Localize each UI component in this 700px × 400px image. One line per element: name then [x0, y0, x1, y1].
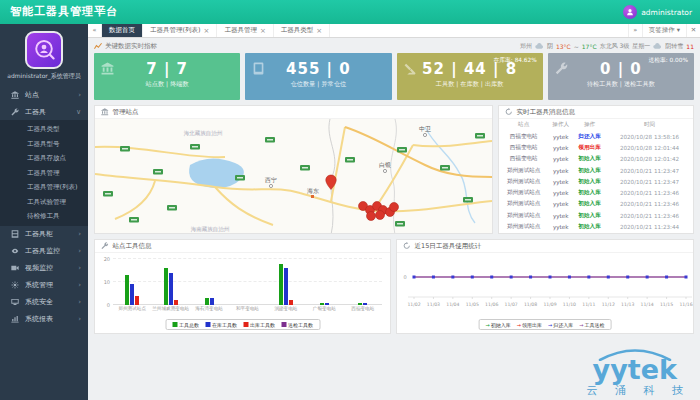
bar[interactable]: [363, 303, 367, 305]
sidebar-item-tool-cabinet[interactable]: 工器具柜›: [0, 226, 88, 243]
legend-swatch: [243, 322, 248, 327]
weather-temp-low: 13°C: [556, 43, 571, 50]
data-point[interactable]: [432, 276, 435, 279]
logo-brand: yytek: [580, 356, 691, 383]
bar[interactable]: [135, 296, 139, 305]
sidebar-subitem[interactable]: 待检修工具: [0, 209, 88, 224]
bar-group: [113, 259, 151, 305]
data-point[interactable]: [626, 276, 629, 279]
bar[interactable]: [289, 300, 293, 305]
bar[interactable]: [174, 300, 178, 305]
data-point[interactable]: [607, 276, 610, 279]
sidebar-item-tools[interactable]: 工器具∨: [0, 103, 88, 120]
sidebar-subitem[interactable]: 工具试验管理: [0, 195, 88, 210]
legend-item[interactable]: 送检工具数: [281, 322, 313, 328]
chevron-right-icon: ›: [78, 315, 81, 323]
sidebar-item-system-manage[interactable]: 系统管理›: [0, 277, 88, 294]
bar[interactable]: [320, 303, 324, 305]
avatar: [623, 5, 637, 19]
sidebar-subitem[interactable]: 工器具管理: [0, 166, 88, 181]
bar-group: [344, 259, 382, 305]
legend-item[interactable]: →归还入库: [548, 322, 573, 328]
sidebar-item-site[interactable]: 站点›: [0, 86, 88, 103]
tabs-scroll-left[interactable]: «: [88, 24, 102, 37]
data-point[interactable]: [685, 276, 688, 279]
tab-0[interactable]: 数据首页: [102, 24, 143, 37]
card-label: 工具数 | 在库数 | 出库数: [397, 80, 543, 89]
data-point[interactable]: [490, 276, 493, 279]
data-point[interactable]: [529, 276, 532, 279]
tab-3[interactable]: 工器具类型×: [274, 24, 330, 37]
close-icon[interactable]: ×: [204, 27, 210, 35]
bar[interactable]: [205, 298, 209, 305]
bar[interactable]: [125, 275, 129, 305]
data-point[interactable]: [549, 276, 552, 279]
username: administrator: [641, 8, 692, 17]
bar[interactable]: [325, 303, 329, 305]
sidebar-item-system-report[interactable]: 系统报表›: [0, 311, 88, 328]
x-tick-label: 11/11: [582, 302, 595, 307]
refresh-icon[interactable]: [505, 108, 513, 116]
tab-1[interactable]: 工器具管理(列表)×: [143, 24, 217, 37]
legend-item[interactable]: →初始入库: [486, 322, 511, 328]
tab-2[interactable]: 工器具管理×: [217, 24, 273, 37]
menu-toggle-icon[interactable]: ≡: [97, 0, 106, 23]
chevron-right-icon: ›: [78, 281, 81, 289]
legend-item[interactable]: 工具总数: [172, 322, 199, 328]
messages-panel-title: 实时工器具消息信息: [517, 108, 576, 117]
map-label-xining: 西宁: [265, 176, 277, 184]
sidebar: administrator_系统管理员 站点›工器具∨工器具类型工器具型号工器具…: [0, 24, 88, 400]
bar[interactable]: [358, 303, 362, 305]
data-point[interactable]: [646, 276, 649, 279]
sidebar-item-system-security[interactable]: 系统安全›: [0, 294, 88, 311]
data-point[interactable]: [665, 276, 668, 279]
user-avatar[interactable]: [25, 31, 63, 69]
bar[interactable]: [284, 268, 288, 305]
gears-icon: [11, 281, 20, 289]
refresh-icon[interactable]: [403, 242, 411, 250]
message-row: 郑州测试站点yytek初始入库2020/10/21 11:23:46: [499, 210, 693, 221]
kpi-card-tools: 在库率: 84.62%52 | 44 | 8工具数 | 在库数 | 出库数: [397, 53, 543, 100]
y-tick-label: 0: [107, 302, 110, 308]
bar[interactable]: [169, 273, 173, 305]
x-tick-label: 11/07: [505, 302, 518, 307]
user-menu[interactable]: administrator: [623, 0, 692, 24]
bar[interactable]: [164, 268, 168, 305]
y-tick-label: 10: [104, 279, 110, 285]
bar[interactable]: [210, 298, 214, 305]
sidebar-subitem[interactable]: 工器具型号: [0, 137, 88, 152]
data-point[interactable]: [471, 276, 474, 279]
data-point[interactable]: [510, 276, 513, 279]
legend-item[interactable]: 在库工具数: [205, 322, 237, 328]
bar[interactable]: [279, 264, 283, 305]
legend-item[interactable]: →领用出库: [517, 322, 542, 328]
close-icon[interactable]: ×: [260, 27, 266, 35]
y-tick-label: 0: [403, 274, 406, 280]
sidebar-subitem[interactable]: 工器具管理(列表): [0, 180, 88, 195]
close-icon[interactable]: ×: [316, 27, 322, 35]
kpi-header-row: 关键数据实时指标 郑州 阴 13°C ~ 17°C 东北风 3级 星期一 阴转雪…: [94, 41, 694, 51]
message-row: 西福变电站yytek领用出库2020/10/28 12:01:44: [499, 142, 693, 153]
sidebar-subitem[interactable]: 工器具类型: [0, 122, 88, 137]
card-value: 7 | 7: [94, 60, 240, 78]
legend-item[interactable]: 出库工具数: [243, 322, 275, 328]
data-point[interactable]: [413, 276, 416, 279]
data-point[interactable]: [451, 276, 454, 279]
tab-operations-dropdown[interactable]: 页签操作 ▾: [642, 24, 686, 37]
sidebar-item-video-monitor[interactable]: 视频监控›: [0, 260, 88, 277]
data-point[interactable]: [568, 276, 571, 279]
tabs-scroll-right[interactable]: »: [628, 24, 642, 37]
x-tick-label: 11/06: [485, 302, 498, 307]
data-point[interactable]: [587, 276, 590, 279]
cloud-icon: [653, 43, 662, 49]
map[interactable]: 西宁 海东 白银 中卫 海北藏族自治州 海南藏族自治州: [95, 119, 492, 233]
tab-tools: » 页签操作 ▾ ✕: [628, 24, 700, 37]
sidebar-item-tool-monitor[interactable]: 工器具监控›: [0, 243, 88, 260]
sidebar-subitem[interactable]: 工器具存放点: [0, 151, 88, 166]
close-all-tabs-button[interactable]: ✕: [686, 24, 700, 37]
tabbar: « 数据首页工器具管理(列表)×工器具管理×工器具类型× » 页签操作 ▾ ✕: [88, 24, 700, 38]
legend-item[interactable]: →工具送检: [579, 322, 604, 328]
weather-temp-high: 17°C: [582, 43, 597, 50]
bar[interactable]: [130, 284, 134, 305]
y-tick-label: 20: [104, 256, 110, 262]
